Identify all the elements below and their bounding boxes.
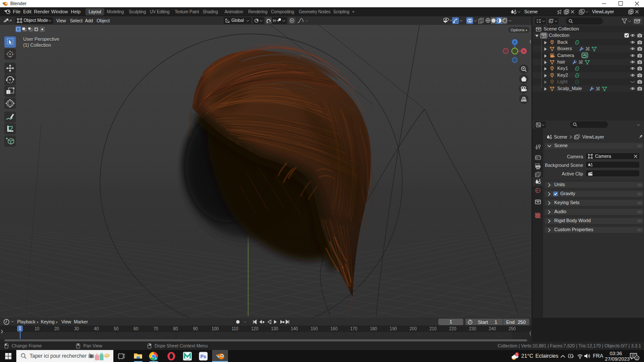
svg-text:Ps: Ps <box>200 354 206 359</box>
svg-text:Paint: Paint <box>186 358 190 360</box>
svg-text:2: 2 <box>636 356 638 360</box>
svg-text:X: X <box>522 49 525 53</box>
svg-text:1: 1 <box>516 353 518 356</box>
svg-text:Z: Z <box>514 40 516 44</box>
svg-text:h: h <box>155 357 157 360</box>
